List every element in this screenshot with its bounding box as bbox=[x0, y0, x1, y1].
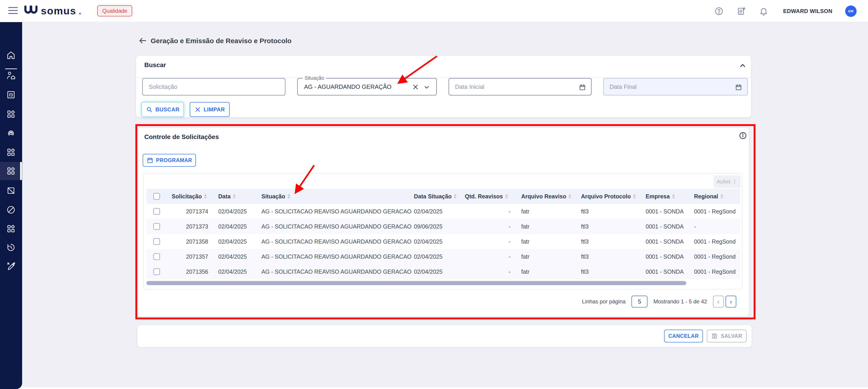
app-logo[interactable]: somus . bbox=[24, 5, 82, 17]
table-row[interactable]: 2071357 02/04/2025 AG - SOLICITACAO REAV… bbox=[146, 249, 740, 264]
sort-icon[interactable] bbox=[204, 194, 207, 199]
sort-icon[interactable] bbox=[454, 194, 457, 199]
buscar-label: BUSCAR bbox=[155, 106, 180, 113]
horizontal-scrollbar[interactable] bbox=[146, 281, 686, 285]
topbar: somus . Qualidade EDWARD WILSON EW bbox=[0, 0, 868, 22]
next-page-button[interactable]: › bbox=[725, 296, 736, 307]
acoes-button[interactable]: Ações bbox=[714, 175, 741, 188]
user-name[interactable]: EDWARD WILSON bbox=[783, 8, 832, 14]
user-home-icon[interactable] bbox=[6, 70, 16, 80]
table-row[interactable]: 2071356 02/04/2025 AG - SOLICITACAO REAV… bbox=[146, 264, 740, 279]
column-header[interactable]: Empresa bbox=[646, 189, 675, 204]
row-checkbox[interactable] bbox=[153, 208, 160, 215]
column-header[interactable]: Arquivo Reaviso bbox=[521, 189, 571, 204]
data-final-input[interactable] bbox=[603, 78, 747, 95]
programar-button[interactable]: PROGRAMAR bbox=[143, 154, 196, 167]
solicitacao-input[interactable] bbox=[143, 78, 285, 95]
modules-icon[interactable] bbox=[6, 148, 16, 157]
frame-icon[interactable] bbox=[6, 90, 16, 100]
buscar-button[interactable]: BUSCAR bbox=[142, 102, 184, 117]
cell-arquivo-reaviso: fatr bbox=[521, 219, 529, 234]
sort-icon[interactable] bbox=[568, 194, 571, 199]
sort-icon[interactable] bbox=[633, 194, 636, 199]
column-header[interactable]: Arquivo Protocolo bbox=[581, 189, 636, 204]
modules-icon[interactable] bbox=[6, 109, 16, 119]
column-header[interactable]: Regional bbox=[694, 189, 723, 204]
avatar[interactable]: EW bbox=[845, 5, 857, 17]
cell-regional: 0001 - RegSond bbox=[694, 249, 736, 264]
select-all-checkbox[interactable] bbox=[153, 193, 160, 200]
info-icon[interactable] bbox=[739, 131, 747, 140]
draw-square-icon[interactable] bbox=[6, 186, 16, 195]
data-final-field[interactable] bbox=[603, 78, 748, 95]
rows-per-page-select[interactable]: 5 bbox=[631, 296, 647, 307]
limpar-button[interactable]: LIMPAR bbox=[190, 102, 230, 117]
cell-arquivo-protocolo: ftl3 bbox=[581, 264, 589, 279]
data-inicial-field[interactable] bbox=[448, 78, 592, 95]
table-row[interactable]: 2071374 02/04/2025 AG - SOLICITACAO REAV… bbox=[146, 204, 740, 219]
data-inicial-input[interactable] bbox=[449, 78, 591, 95]
limpar-label: LIMPAR bbox=[204, 106, 225, 113]
situacao-select[interactable]: Situação AG - AGUARDANDO GERAÇÃO bbox=[297, 78, 437, 95]
cell-qtd-reavisos: - bbox=[465, 249, 510, 264]
cell-regional: - bbox=[694, 219, 696, 234]
request-add-icon[interactable] bbox=[737, 6, 746, 16]
sort-icon[interactable] bbox=[233, 194, 236, 199]
table-row[interactable]: 2071373 02/04/2025 AG - SOLICITACAO REAV… bbox=[146, 219, 740, 234]
topbar-actions: EDWARD WILSON EW bbox=[714, 0, 857, 22]
broadcast-icon[interactable] bbox=[6, 128, 16, 138]
sort-icon[interactable] bbox=[672, 194, 675, 199]
row-checkbox[interactable] bbox=[153, 253, 160, 260]
row-checkbox[interactable] bbox=[153, 223, 160, 230]
home-icon[interactable] bbox=[6, 51, 16, 60]
menu-icon[interactable] bbox=[8, 7, 18, 15]
sort-icon[interactable] bbox=[287, 194, 290, 199]
history-icon[interactable] bbox=[6, 243, 16, 252]
column-header[interactable]: Data Situação bbox=[414, 189, 457, 204]
situacao-value: AG - AGUARDANDO GERAÇÃO bbox=[304, 78, 392, 95]
cell-arquivo-protocolo: ftl3 bbox=[581, 234, 589, 249]
modules-icon-active[interactable] bbox=[6, 166, 16, 176]
column-header[interactable]: Qtd. Reavisos bbox=[465, 189, 508, 204]
collapse-icon[interactable] bbox=[738, 61, 747, 70]
column-header[interactable]: Situação bbox=[261, 189, 290, 204]
table-row[interactable]: 2071358 02/04/2025 AG - SOLICITACAO REAV… bbox=[146, 234, 740, 249]
control-card-title: Controle de Solicitações bbox=[144, 133, 219, 141]
cell-empresa: 0001 - SONDA bbox=[646, 204, 684, 219]
edit-icon[interactable] bbox=[6, 261, 16, 271]
row-checkbox[interactable] bbox=[153, 268, 160, 275]
logo-dot: . bbox=[79, 5, 82, 17]
row-checkbox[interactable] bbox=[153, 238, 160, 245]
cell-regional: 0001 - RegSond bbox=[694, 264, 736, 279]
cell-qtd-reavisos: - bbox=[465, 234, 510, 249]
help-icon[interactable] bbox=[714, 6, 724, 16]
column-header[interactable]: Solicitação bbox=[172, 189, 207, 204]
cell-situacao: AG - SOLICITACAO REAVISO AGUARDANDO GERA… bbox=[261, 234, 412, 249]
modules-icon[interactable] bbox=[6, 224, 16, 233]
sidebar-divider bbox=[5, 68, 17, 69]
cancelar-label: CANCELAR bbox=[668, 333, 699, 339]
cancelar-button[interactable]: CANCELAR bbox=[664, 330, 703, 343]
cell-data-situacao: 02/04/2025 bbox=[414, 204, 442, 219]
calendar-icon[interactable] bbox=[735, 84, 742, 91]
sort-icon[interactable] bbox=[720, 194, 723, 199]
cell-solicitacao: 2071357 bbox=[172, 249, 208, 264]
cell-arquivo-protocolo: ftl3 bbox=[581, 219, 589, 234]
solicitacao-field[interactable] bbox=[142, 78, 285, 95]
previous-page-button[interactable]: ‹ bbox=[713, 296, 724, 307]
calendar-icon[interactable] bbox=[579, 84, 586, 91]
salvar-button[interactable]: SALVAR bbox=[707, 330, 747, 343]
sidebar bbox=[0, 22, 22, 389]
notifications-icon[interactable] bbox=[759, 6, 769, 16]
logo-mark-icon bbox=[24, 5, 39, 17]
cell-data-situacao: 02/04/2025 bbox=[414, 249, 442, 264]
chevron-down-icon[interactable] bbox=[423, 83, 431, 91]
clear-icon[interactable] bbox=[412, 83, 420, 91]
cell-empresa: 0001 - SONDA bbox=[646, 249, 684, 264]
cell-solicitacao: 2071358 bbox=[172, 234, 208, 249]
sort-icon[interactable] bbox=[505, 194, 508, 199]
column-header[interactable]: Data bbox=[218, 189, 236, 204]
back-arrow-icon[interactable] bbox=[138, 36, 147, 45]
blocked-icon[interactable] bbox=[6, 205, 16, 215]
cell-data-situacao: 02/04/2025 bbox=[414, 234, 442, 249]
